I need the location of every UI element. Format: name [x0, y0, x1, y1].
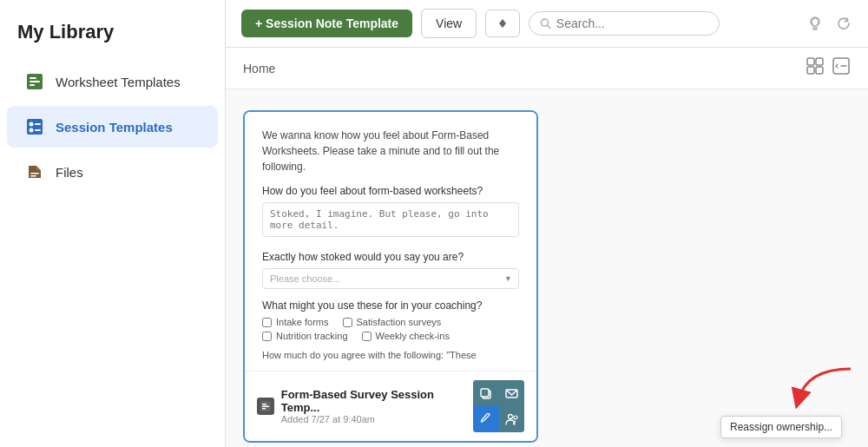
edit-icon	[480, 413, 492, 425]
sidebar: My Library Worksheet Templates Session T…	[0, 0, 226, 447]
card-type-icon	[257, 398, 274, 415]
breadcrumb-home[interactable]: Home	[243, 62, 275, 76]
svg-rect-2	[30, 81, 40, 82]
svg-point-6	[30, 128, 34, 133]
svg-rect-3	[30, 84, 35, 86]
card-select[interactable]: Please choose...	[262, 268, 519, 289]
svg-rect-25	[481, 389, 489, 397]
svg-rect-16	[807, 67, 814, 74]
lightbulb-icon	[806, 14, 825, 33]
checkbox-nutrition-tracking[interactable]: Nutrition tracking	[262, 331, 348, 341]
checkbox-weekly-checkins[interactable]: Weekly check-ins	[362, 331, 450, 341]
session-templates-icon	[24, 116, 45, 137]
svg-line-12	[548, 25, 550, 28]
card-input1[interactable]	[262, 202, 519, 237]
search-bar	[529, 11, 720, 36]
svg-rect-23	[262, 408, 266, 410]
template-card: We wanna know how you feel about Form-Ba…	[243, 110, 538, 443]
arrow-indicator	[781, 360, 868, 416]
topbar-right	[806, 14, 852, 33]
topbar: + Session Note Template View	[226, 0, 868, 48]
card-actions-grid	[473, 380, 524, 432]
card-info-text: Form-Based Survey Session Temp... Added …	[281, 388, 473, 424]
sidebar-title: My Library	[0, 9, 225, 59]
sidebar-item-label: Files	[56, 165, 83, 180]
card-question4: How much do you agree with the following…	[262, 350, 519, 360]
svg-rect-22	[262, 406, 269, 408]
breadcrumb-icons	[806, 56, 851, 80]
sidebar-item-files[interactable]: Files	[7, 151, 218, 193]
card-question1: How do you feel about form-based workshe…	[262, 185, 519, 197]
card-title: Form-Based Survey Session Temp...	[281, 388, 473, 414]
card-checkboxes: Intake forms Satisfaction surveys Nutrit…	[262, 317, 519, 341]
files-icon	[24, 161, 45, 182]
refresh-icon	[835, 15, 852, 32]
refresh-button[interactable]	[835, 15, 852, 32]
sidebar-item-label: Worksheet Templates	[56, 75, 181, 89]
checkbox-satisfaction-surveys[interactable]: Satisfaction surveys	[343, 317, 442, 327]
reassign-icon	[505, 413, 519, 425]
svg-rect-10	[30, 175, 36, 177]
checkbox-intake-forms[interactable]: Intake forms	[262, 317, 329, 327]
svg-point-28	[514, 416, 517, 419]
card-added: Added 7/27 at 9:40am	[281, 414, 473, 424]
card-question3: What might you use these for in your coa…	[262, 299, 519, 312]
breadcrumb: Home	[226, 48, 868, 89]
svg-point-5	[30, 122, 34, 127]
tooltip-label: Reassign ownership...	[730, 421, 832, 433]
email-icon	[505, 387, 518, 400]
card-footer: Form-Based Survey Session Temp... Added …	[245, 371, 536, 441]
main-content: + Session Note Template View	[226, 0, 868, 447]
svg-rect-7	[35, 123, 41, 125]
view-button[interactable]: View	[421, 9, 477, 38]
lightbulb-button[interactable]	[806, 14, 825, 33]
reassign-tooltip: Reassign ownership...	[720, 416, 842, 438]
svg-rect-14	[807, 58, 814, 65]
card-copy-button[interactable]	[473, 380, 499, 406]
svg-rect-1	[30, 77, 36, 79]
svg-rect-15	[816, 58, 823, 65]
card-footer-info: Form-Based Survey Session Temp... Added …	[257, 388, 473, 424]
card-reassign-button[interactable]	[499, 406, 524, 432]
card-edit-button[interactable]	[473, 406, 499, 432]
worksheet-templates-icon	[24, 71, 45, 92]
copy-icon	[479, 387, 492, 400]
svg-rect-21	[262, 404, 266, 405]
content-area: We wanna know how you feel about Form-Ba…	[226, 89, 868, 447]
grid-view-button[interactable]	[806, 56, 825, 80]
checkbox-row-1: Intake forms Satisfaction surveys	[262, 317, 519, 327]
list-view-button[interactable]	[832, 56, 851, 80]
svg-rect-8	[35, 129, 41, 131]
card-email-button[interactable]	[499, 380, 524, 406]
sidebar-item-session-templates[interactable]: Session Templates	[7, 106, 218, 148]
card-preview: We wanna know how you feel about Form-Ba…	[245, 112, 536, 371]
search-input[interactable]	[556, 16, 708, 30]
list-icon	[832, 56, 851, 76]
card-intro-text: We wanna know how you feel about Form-Ba…	[262, 128, 519, 174]
search-icon	[540, 17, 551, 30]
svg-rect-17	[816, 67, 823, 74]
svg-rect-4	[27, 119, 43, 135]
card-select-wrap: Please choose...	[262, 268, 519, 289]
svg-point-27	[508, 415, 512, 419]
card-question2: Exactly how stoked would you say you are…	[262, 251, 519, 263]
sidebar-item-label: Session Templates	[56, 120, 173, 135]
sort-button[interactable]	[485, 10, 520, 37]
grid-icon	[806, 56, 825, 76]
svg-rect-9	[30, 173, 39, 174]
sidebar-item-worksheet-templates[interactable]: Worksheet Templates	[7, 61, 218, 102]
sort-icon	[495, 16, 510, 31]
checkbox-row-2: Nutrition tracking Weekly check-ins	[262, 331, 519, 341]
add-session-note-template-button[interactable]: + Session Note Template	[241, 10, 412, 37]
